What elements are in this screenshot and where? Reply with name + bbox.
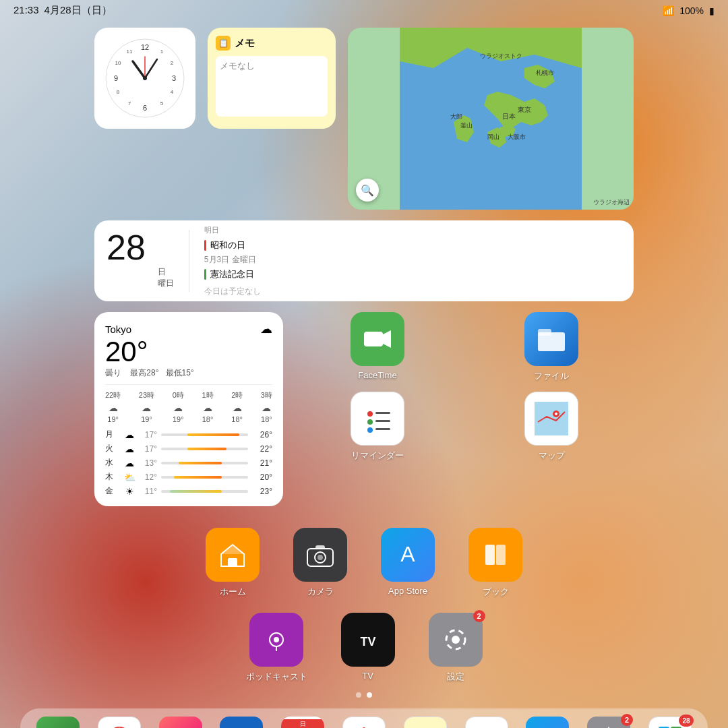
dock-battery-app[interactable] xyxy=(465,717,508,728)
battery-label: 100% xyxy=(679,5,704,16)
svg-point-51 xyxy=(274,637,279,642)
widget-row1: 12 3 6 9 1 2 4 5 11 10 8 7 xyxy=(94,28,634,210)
svg-point-31 xyxy=(367,411,373,417)
weather-hi-label: 最高 xyxy=(130,368,146,377)
weather-widget[interactable]: Tokyo ☁ 20° 曇り 最高28° 最低15° 22時 ☁ 19 xyxy=(94,312,283,506)
files-label: ファイル xyxy=(534,370,569,382)
calendar-weekday2: 曜日 xyxy=(158,278,174,289)
svg-rect-46 xyxy=(315,545,325,549)
hour-temp-5: 18° xyxy=(261,415,272,423)
app-settings[interactable]: 2 設定 xyxy=(429,613,483,683)
music-dock-icon: ♪ xyxy=(159,717,202,728)
weather-day-1: 火 ☁ 17° 22° xyxy=(105,443,272,454)
calendar-widget[interactable]: 28 日 曜日 明日 昭和の日 5月3日 金曜日 xyxy=(94,220,634,301)
hour-temp-1: 19° xyxy=(141,415,152,423)
svg-text:日本: 日本 xyxy=(502,113,516,120)
app-facetime[interactable]: FaceTime xyxy=(295,312,460,382)
svg-point-33 xyxy=(367,427,373,433)
svg-text:2: 2 xyxy=(171,60,174,66)
app-home[interactable]: ホーム xyxy=(206,528,260,598)
hour-icon-3: ☁ xyxy=(203,402,212,413)
hour-time-5: 3時 xyxy=(261,390,272,400)
app-appstore[interactable]: A App Store xyxy=(381,528,435,598)
messages-dock-icon xyxy=(36,717,80,728)
weather-hi-lo-desc: 曇り 最高28° 最低15° xyxy=(105,367,272,379)
dock-messages[interactable] xyxy=(36,717,80,728)
app-maps[interactable]: マップ xyxy=(469,392,634,462)
weather-lo-label: 最低 xyxy=(166,368,182,377)
svg-text:8: 8 xyxy=(117,89,120,95)
svg-text:9: 9 xyxy=(114,74,118,82)
clock-widget[interactable]: 12 3 6 9 1 2 4 5 11 10 8 7 xyxy=(94,28,195,129)
app-files[interactable]: ファイル xyxy=(469,312,634,382)
settings-badge: 2 xyxy=(473,610,485,622)
svg-text:札幌市: 札幌市 xyxy=(536,69,554,76)
dock-notes[interactable] xyxy=(404,717,447,728)
app-tv[interactable]: TV TV xyxy=(341,613,395,683)
svg-text:TV: TV xyxy=(360,635,375,648)
svg-text:ウラジオストク: ウラジオストク xyxy=(480,53,522,59)
notes-icon-small: 📋 xyxy=(216,36,231,51)
facetime-icon xyxy=(351,312,404,366)
dock-appstore[interactable]: A xyxy=(526,717,569,728)
weather-hour-4: 2時 ☁ 18° xyxy=(231,390,243,423)
event-bar-1 xyxy=(204,240,206,251)
home-icon xyxy=(206,528,260,582)
map-search-button[interactable]: 🔍 xyxy=(356,179,379,202)
dock-mail[interactable] xyxy=(220,717,263,728)
tv-icon: TV xyxy=(341,613,395,667)
app-reminders[interactable]: リマインダー xyxy=(295,392,460,462)
settings-dock-icon: 2 xyxy=(587,717,630,728)
battery-app-dock-icon xyxy=(465,717,508,728)
settings-dock-badge: 2 xyxy=(621,714,633,726)
hour-time-3: 1時 xyxy=(202,390,213,400)
weather-hour-2: 0時 ☁ 19° xyxy=(173,390,184,423)
weather-day-2: 水 ☁ 13° 21° xyxy=(105,457,272,468)
dock-safari[interactable] xyxy=(98,717,141,728)
main-content: 12 3 6 9 1 2 4 5 11 10 8 7 xyxy=(0,21,728,692)
svg-rect-36 xyxy=(375,428,390,430)
notes-empty-text: メモなし xyxy=(220,61,255,71)
event2-label: 憲法記念日 xyxy=(210,268,254,280)
screen: 21:33 4月28日（日） 📶 100% ▮ 12 3 6 xyxy=(0,0,728,728)
files-icon xyxy=(524,312,578,366)
dock-photos[interactable] xyxy=(342,717,386,728)
books-icon xyxy=(468,528,522,582)
widget-row2: Tokyo ☁ 20° 曇り 最高28° 最低15° 22時 ☁ 19 xyxy=(94,312,634,506)
calendar-day-number: 28 xyxy=(107,230,146,265)
page-dot-2[interactable] xyxy=(367,692,372,698)
weather-hour-3: 1時 ☁ 18° xyxy=(202,390,213,423)
app-grid-right: FaceTime ファイル xyxy=(295,312,634,462)
page-dot-1[interactable] xyxy=(356,692,361,698)
weather-city: Tokyo xyxy=(105,324,131,335)
app-camera[interactable]: カメラ xyxy=(293,528,347,598)
books-label: ブック xyxy=(483,586,509,598)
app-books[interactable]: ブック xyxy=(468,528,522,598)
weather-day-3: 木 ⛅ 12° 20° xyxy=(105,471,272,483)
hour-icon-2: ☁ xyxy=(173,402,183,413)
reminders-icon xyxy=(351,392,404,446)
svg-rect-27 xyxy=(364,332,383,346)
page-dots xyxy=(0,692,728,698)
calendar-weekday: 日 xyxy=(158,266,166,278)
map-widget[interactable]: ウラジオストク 札幌市 東京 日本 大阪市 釜山 岡山 大郎 🔍 ウラジオ海辺 xyxy=(348,28,634,210)
reminders-label: リマインダー xyxy=(351,450,404,462)
svg-point-16 xyxy=(143,76,147,80)
calendar-date: 28 xyxy=(107,230,146,292)
svg-text:1: 1 xyxy=(160,49,164,55)
calendar-tomorrow-label: 明日 xyxy=(204,225,621,235)
hour-icon-1: ☁ xyxy=(142,402,151,413)
svg-rect-48 xyxy=(485,545,495,565)
calendar-event-date: 5月3日 金曜日 xyxy=(204,254,621,266)
home-label: ホーム xyxy=(220,586,246,598)
dock-appstore-featured[interactable]: 28 xyxy=(648,717,692,728)
svg-text:大阪市: 大阪市 xyxy=(508,133,526,140)
svg-point-54 xyxy=(452,636,460,644)
dock-music[interactable]: ♪ xyxy=(159,717,202,728)
notes-widget[interactable]: 📋 メモ メモなし xyxy=(208,28,336,129)
dock-calendar[interactable]: 日 28 xyxy=(281,717,324,728)
weather-hi-val: 28° xyxy=(146,368,158,377)
app-podcasts[interactable]: ポッドキャスト xyxy=(246,613,307,683)
dock: ♪ 日 28 xyxy=(20,708,708,728)
dock-settings[interactable]: 2 xyxy=(587,717,630,728)
